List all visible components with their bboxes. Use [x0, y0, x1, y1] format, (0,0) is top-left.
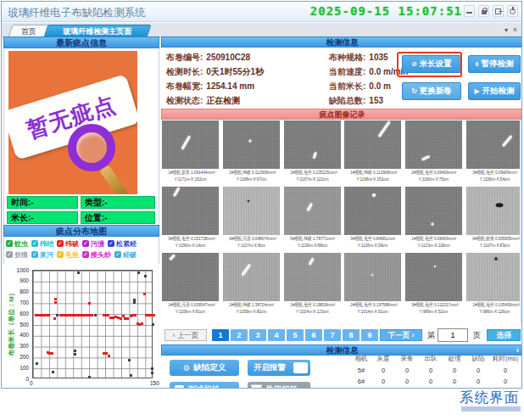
caret-down-icon[interactable]: ▾ — [504, 26, 508, 34]
test-camera-checkbox[interactable] — [175, 385, 184, 389]
footer-caption: 系统界面 — [460, 389, 519, 407]
legend-checkbox-污渍[interactable]: ✓ — [82, 240, 89, 247]
legend-checkbox-纬破[interactable]: ✓ — [57, 240, 64, 247]
page-button-9[interactable]: 9 — [361, 329, 378, 341]
legend-item-折痕[interactable]: ✓折痕 — [6, 250, 28, 260]
grid-scrollbar[interactable] — [520, 120, 522, 324]
defect-mark — [432, 223, 434, 226]
defect-tile-15[interactable]: 1#相机,毛丝 0.18818mm²Y:1024m-X:123cm — [284, 253, 341, 315]
page-button-4[interactable]: 4 — [268, 329, 285, 341]
legend-checkbox-经破[interactable]: ✓ — [114, 251, 121, 258]
legend-checkbox-蚊虫[interactable]: ✓ — [6, 240, 13, 247]
defect-tile-8[interactable]: 6#相机,污渍 0.048074mm²Y:1137m-X:8cm — [223, 187, 280, 249]
info-label: 检测状态: — [166, 96, 203, 105]
next-page-button[interactable]: 下一页 › — [380, 329, 422, 341]
page-button-1[interactable]: 1 — [212, 329, 229, 341]
legend-item-毛丝[interactable]: ✓毛丝 — [57, 250, 79, 260]
legend-label-污渍: 污渍 — [91, 239, 104, 249]
legend-checkbox-毛丝[interactable]: ✓ — [57, 251, 64, 258]
enable-alarm-button[interactable]: 开启报警 — [248, 360, 310, 376]
page-button-6[interactable]: 6 — [305, 329, 322, 341]
defect-tile-7[interactable]: 3#相机,毛丝 0.151728mm²Y:1156m-X:14cm — [162, 187, 219, 249]
action-button-暂停检测[interactable]: ‖暂停检测 — [468, 55, 521, 73]
legend-checkbox-浆污[interactable]: ✓ — [31, 251, 38, 258]
data-point — [91, 314, 93, 316]
defect-tile-11[interactable]: 1#相机,毛丝 0.09409mm²Y:1123m-X:118cm — [405, 187, 462, 249]
data-point — [54, 298, 57, 300]
defect-records-header: 疵点图像记录 — [161, 109, 522, 120]
stats-cell-r2c2: 0 — [371, 378, 395, 385]
info-value: 250910C28 — [206, 53, 250, 62]
prev-page-button[interactable]: ‹ 上一页 — [164, 329, 207, 341]
defect-tile-16[interactable]: 2#相机,毛丝 0.197588mm²Y:1014m-X:91cm — [344, 253, 401, 315]
defect-tile-image — [344, 253, 401, 301]
defect-tile-18[interactable]: 1#相机,毛丝 0.105499mm²Y:986m-X:126cm — [466, 253, 522, 315]
close-camera-button[interactable]: 关闭相机 — [248, 382, 310, 389]
page-button-5[interactable]: 5 — [287, 329, 304, 341]
close-icon[interactable]: × — [513, 25, 517, 34]
defect-mark — [502, 135, 512, 147]
defect-tile-2[interactable]: 2#相机,纬破 0.112908mm²Y:1168m-X:97cm — [223, 120, 280, 182]
y-tick-600: 600 — [3, 311, 29, 316]
defect-tile-14[interactable]: 2#相机,纬破 1.38724mm²Y:1059m-X:82cm — [223, 253, 280, 315]
page-button-7[interactable]: 7 — [324, 329, 341, 341]
stats-cell-r2c7: 0 — [490, 378, 521, 385]
legend-item-浆污[interactable]: ✓浆污 — [31, 250, 53, 260]
defect-mark — [241, 264, 250, 277]
alarm-toggle[interactable] — [293, 362, 308, 373]
button-label-暂停检测: 暂停检测 — [481, 59, 513, 70]
defect-tile-9[interactable]: 5#相机,纬破 1.78771mm²Y:1136m-X:88cm — [284, 187, 341, 249]
defect-mark — [306, 203, 312, 211]
exit-button[interactable] — [493, 5, 504, 17]
close-camera-checkbox[interactable] — [251, 384, 262, 389]
action-button-开始检测[interactable]: ▶开始检测 — [468, 82, 521, 100]
legend-item-纬结[interactable]: ✓纬结 — [31, 239, 53, 249]
info-value: 1035 — [369, 53, 387, 62]
defect-tile-17[interactable]: 3#相机,毛丝 0.122317mm²Y:989m-X:52cm — [405, 253, 462, 315]
lock-button[interactable] — [478, 5, 489, 17]
defect-tile-image — [344, 187, 401, 235]
page-button-2[interactable]: 2 — [231, 329, 248, 341]
legend-checkbox-松紧经[interactable]: ✓ — [108, 240, 114, 247]
defect-tile-4[interactable]: 1#相机,纬破 0.112908mm²Y:1168m-X:152cm — [344, 120, 401, 182]
legend-item-接头纱[interactable]: ✓接头纱 — [82, 250, 111, 260]
tab-main-page[interactable]: 玻璃纤维检测主页面 — [44, 25, 152, 37]
info-label: 布卷编号: — [166, 53, 203, 62]
legend-item-污渍[interactable]: ✓污渍 — [82, 239, 104, 249]
defect-tile-caption-line1: 1#相机,毛丝 0.105499mm² — [472, 301, 516, 308]
data-point — [36, 362, 38, 365]
defect-tile-caption-line1: 3#相机,毛丝 0.09409mm² — [472, 169, 516, 176]
action-button-更换新卷[interactable]: ↻更换新卷 — [402, 82, 461, 100]
page-jump-input[interactable] — [438, 328, 468, 342]
defect-tile-10[interactable]: 3#相机,毛丝 0.84681mm²Y:1126m-X:39cm — [344, 187, 401, 249]
defect-tile-caption-line2: Y:1014m-X:91cm — [351, 308, 395, 315]
defect-tile-caption-line2: Y:1126m-X:39cm — [351, 242, 395, 249]
defect-definition-button[interactable]: ⚙ 缺陷定义 — [170, 360, 239, 376]
defect-tile-13[interactable]: 1#相机,污渍 0.009547mm²Y:1106m-X:81cm — [162, 253, 219, 315]
data-point — [56, 314, 59, 316]
legend-item-经破[interactable]: ✓经破 — [114, 250, 137, 260]
defect-tile-12[interactable]: 6#相机,蚊虫 0.955955mm²Y:1107m-X:83cm — [466, 187, 522, 249]
app-title: 玻璃纤维电子布缺陷检测系统 — [8, 6, 146, 20]
legend-checkbox-折痕[interactable]: ✓ — [6, 251, 13, 258]
stats-cell-r1c4: 0 — [419, 367, 443, 374]
page-select-button[interactable]: 选择 — [487, 329, 521, 341]
minimize-button[interactable] — [464, 5, 475, 17]
y-tick-200: 200 — [3, 354, 29, 360]
page-button-3[interactable]: 3 — [249, 329, 266, 341]
defect-tile-3[interactable]: 1#相机,毛丝 0.235225mm²Y:1167m-X:122cm — [284, 120, 341, 182]
defect-tile-5[interactable]: 2#相机,毛丝 0.09409mm²Y:1160m-X:75cm — [405, 120, 462, 182]
clock-date: 2025-09-15 — [310, 4, 390, 18]
defect-mark — [248, 200, 249, 202]
defect-tile-6[interactable]: 3#相机,毛丝 0.09409mm²Y:1156m-X:54cm — [466, 120, 522, 182]
defect-tile-1[interactable]: 1#相机,折痕 1.091444mm²Y:1171m-X:152cm — [162, 120, 219, 182]
legend-item-松紧经[interactable]: ✓松紧经 — [108, 239, 137, 249]
legend-item-蚊虫[interactable]: ✓蚊虫 — [6, 239, 28, 249]
power-button[interactable] — [507, 5, 518, 17]
legend-checkbox-接头纱[interactable]: ✓ — [82, 251, 89, 258]
legend-checkbox-纬结[interactable]: ✓ — [31, 240, 38, 247]
test-camera-button[interactable]: 测试相机 — [170, 382, 239, 389]
info-value: 153 — [369, 96, 383, 105]
page-button-8[interactable]: 8 — [343, 329, 360, 341]
legend-item-纬破[interactable]: ✓纬破 — [57, 239, 79, 249]
